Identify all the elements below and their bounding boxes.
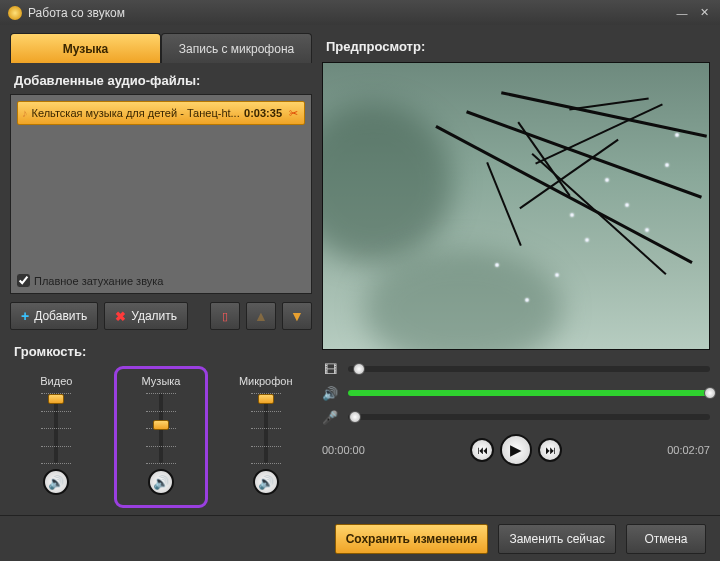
audio-track-row: 🔊	[322, 386, 710, 400]
music-note-icon: ♪	[22, 107, 28, 119]
volume-music: Музыка 🔊	[117, 369, 206, 505]
close-button[interactable]: ✕	[696, 6, 712, 20]
audio-level-slider[interactable]	[348, 390, 710, 396]
video-track-row: 🎞	[322, 362, 710, 376]
tab-music[interactable]: Музыка	[10, 33, 161, 63]
playback-controls: ⏮ ▶ ⏭	[470, 434, 562, 466]
mic-mute-button[interactable]: 🔊	[253, 469, 279, 495]
add-button[interactable]: +Добавить	[10, 302, 98, 330]
time-total: 00:02:07	[667, 444, 710, 456]
next-button[interactable]: ⏭	[538, 438, 562, 462]
delete-button[interactable]: ✖Удалить	[104, 302, 188, 330]
window-title: Работа со звуком	[28, 6, 125, 20]
volume-mic: Микрофон 🔊	[221, 369, 310, 505]
replace-now-button[interactable]: Заменить сейчас	[498, 524, 616, 554]
time-current: 00:00:00	[322, 444, 365, 456]
fade-checkbox-row[interactable]: Плавное затухание звука	[17, 274, 163, 287]
music-volume-slider[interactable]	[152, 393, 170, 463]
play-button[interactable]: ▶	[500, 434, 532, 466]
preview-viewport	[322, 62, 710, 350]
prev-button[interactable]: ⏮	[470, 438, 494, 462]
file-duration: 0:03:35	[244, 107, 282, 119]
trim-icon[interactable]: ✂	[286, 106, 300, 120]
music-mute-button[interactable]: 🔊	[148, 469, 174, 495]
save-button[interactable]: Сохранить изменения	[335, 524, 489, 554]
mic-volume-slider[interactable]	[257, 393, 275, 463]
bottom-bar: Сохранить изменения Заменить сейчас Отме…	[0, 515, 720, 561]
arrow-up-icon: ▲	[254, 308, 268, 324]
x-icon: ✖	[115, 309, 126, 324]
file-name: Кельтская музыка для детей - Танец-ht...	[32, 107, 241, 119]
cancel-button[interactable]: Отмена	[626, 524, 706, 554]
mic-icon: 🎤	[322, 410, 338, 425]
video-volume-slider[interactable]	[47, 393, 65, 463]
plus-icon: +	[21, 308, 29, 324]
file-remove-icon: ▯	[222, 310, 228, 323]
audio-file-item[interactable]: ♪ Кельтская музыка для детей - Танец-ht.…	[17, 101, 305, 125]
sound-dialog: Работа со звуком — ✕ Музыка Запись с мик…	[0, 0, 720, 561]
fade-label: Плавное затухание звука	[34, 275, 163, 287]
mic-level-slider[interactable]	[348, 414, 710, 420]
video-mute-button[interactable]: 🔊	[43, 469, 69, 495]
remove-file-button[interactable]: ▯	[210, 302, 240, 330]
right-panel: Предпросмотр:	[322, 33, 710, 515]
files-heading: Добавленные аудио-файлы:	[10, 63, 312, 94]
video-position-slider[interactable]	[348, 366, 710, 372]
preview-frame	[323, 63, 709, 349]
volume-heading: Громкость:	[10, 344, 312, 359]
film-icon: 🎞	[322, 362, 338, 377]
volume-row: Видео 🔊 Музыка 🔊	[10, 365, 312, 515]
move-up-button[interactable]: ▲	[246, 302, 276, 330]
arrow-down-icon: ▼	[290, 308, 304, 324]
left-panel: Музыка Запись с микрофона Добавленные ау…	[10, 33, 312, 515]
mic-track-row: 🎤	[322, 410, 710, 424]
file-list: ♪ Кельтская музыка для детей - Танец-ht.…	[10, 94, 312, 294]
titlebar: Работа со звуком — ✕	[0, 0, 720, 25]
volume-video: Видео 🔊	[12, 369, 101, 505]
tab-microphone[interactable]: Запись с микрофона	[161, 33, 312, 63]
fade-checkbox[interactable]	[17, 274, 30, 287]
move-down-button[interactable]: ▼	[282, 302, 312, 330]
minimize-button[interactable]: —	[674, 6, 690, 20]
preview-heading: Предпросмотр:	[322, 33, 710, 62]
app-icon	[8, 6, 22, 20]
speaker-icon: 🔊	[322, 386, 338, 401]
